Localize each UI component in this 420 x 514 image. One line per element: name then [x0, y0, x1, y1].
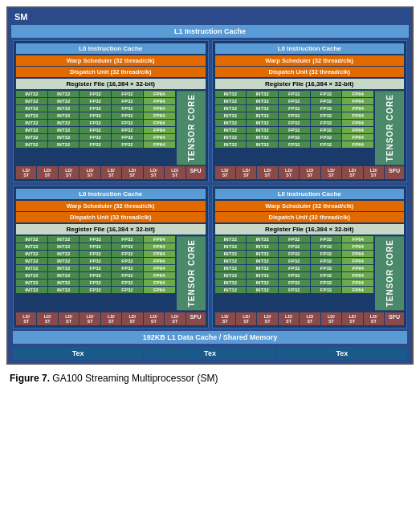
fp64-cell: FP64 — [342, 112, 373, 119]
fp32-cell: FP32 — [80, 112, 111, 119]
figure-number: Figure 7. — [10, 373, 50, 384]
warp-scheduler-tl: Warp Scheduler (32 thread/clk) — [16, 55, 206, 66]
figure-caption: Figure 7. GA100 Streaming Multiprocessor… — [6, 373, 414, 384]
int32-cell: INT32 — [16, 112, 47, 119]
ld-cell: LD/ST — [215, 312, 235, 325]
ld-cell: LD/ST — [59, 166, 79, 179]
int32-cell: INT32 — [247, 272, 278, 279]
int32-cell: INT32 — [247, 127, 278, 133]
int32-cell: INT32 — [215, 287, 247, 293]
fp32-cell: FP32 — [80, 127, 111, 133]
fp32-cell: FP32 — [279, 98, 310, 104]
fp32-cell: FP32 — [279, 279, 310, 286]
ld-cell: LD/ST — [122, 166, 142, 179]
fp32-cell: FP32 — [279, 120, 310, 126]
fp32-cell: FP32 — [112, 287, 143, 293]
fp32-cell: FP32 — [311, 272, 342, 279]
sfu-tr: SFU — [385, 166, 404, 179]
fp32-cell: FP32 — [112, 127, 143, 133]
dispatch-unit-bl: Dispatch Unit (32 thread/clk) — [16, 212, 206, 222]
ld-cell: LD/ST — [342, 312, 362, 325]
fp32-cell: FP32 — [279, 134, 310, 141]
ld-cell: LD/ST — [165, 166, 185, 179]
ld-cell: LD/ST — [37, 166, 57, 179]
sfu-bl: SFU — [186, 312, 206, 325]
fp32-cell: FP32 — [279, 91, 310, 97]
int-fp-grid-tr: INT32 INT32 FP32 FP32 FP64 INT32 INT32 F… — [215, 91, 374, 165]
int32-cell: INT32 — [215, 120, 247, 126]
int32-cell: INT32 — [48, 272, 80, 279]
tensor-core-bl: TENSOR CORE — [177, 236, 206, 310]
int32-cell: INT32 — [247, 112, 278, 119]
fp64-cell: FP64 — [342, 272, 373, 279]
fp32-cell: FP32 — [80, 105, 111, 112]
int32-cell: INT32 — [16, 279, 47, 286]
row-br-4: INT32 INT32 FP32 FP32 FP64 — [215, 265, 374, 271]
int32-cell: INT32 — [247, 105, 278, 112]
ld-cell: LD/ST — [16, 312, 36, 325]
fp32-cell: FP32 — [279, 287, 310, 293]
row-bl-3: INT32 INT32 FP32 FP32 FP64 — [16, 258, 175, 264]
row-br-7: INT32 INT32 FP32 FP32 FP64 — [215, 287, 374, 293]
ld-cell: LD/ST — [321, 166, 341, 179]
ld-sfu-row-br: LD/ST LD/ST LD/ST LD/ST LD/ST LD/ST LD/S… — [215, 312, 405, 325]
fp64-cell: FP64 — [144, 120, 175, 126]
ld-cell: LD/ST — [364, 312, 384, 325]
int32-cell: INT32 — [16, 127, 47, 133]
fp32-cell: FP32 — [311, 265, 342, 271]
int32-cell: INT32 — [48, 134, 80, 141]
row-tr-4: INT32 INT32 FP32 FP32 FP64 — [215, 120, 374, 126]
ld-sfu-row-bl: LD/ST LD/ST LD/ST LD/ST LD/ST LD/ST LD/S… — [16, 312, 206, 325]
fp64-cell: FP64 — [144, 112, 175, 119]
fp32-cell: FP32 — [279, 236, 310, 243]
int32-cell: INT32 — [16, 141, 47, 148]
fp64-cell: FP64 — [144, 243, 175, 250]
int32-cell: INT32 — [48, 258, 80, 264]
row-tr-0: INT32 INT32 FP32 FP32 FP64 — [215, 91, 374, 97]
fp32-cell: FP32 — [311, 105, 342, 112]
int32-cell: INT32 — [16, 105, 47, 112]
int32-cell: INT32 — [16, 251, 47, 257]
fp64-cell: FP64 — [144, 105, 175, 112]
int32-cell: INT32 — [215, 105, 247, 112]
ld-cell: LD/ST — [215, 166, 235, 179]
ld-cell: LD/ST — [165, 312, 185, 325]
int-fp-grid-bl: INT32 INT32 FP32 FP32 FP64 INT32 INT32 F… — [16, 236, 175, 310]
quadrant-bottom-right: L0 Instruction Cache Warp Scheduler (32 … — [212, 186, 408, 328]
fp32-cell: FP32 — [80, 134, 111, 141]
ld-cell: LD/ST — [59, 312, 79, 325]
fp32-cell: FP32 — [80, 251, 111, 257]
row-tr-6: INT32 INT32 FP32 FP32 FP64 — [215, 134, 374, 141]
fp64-cell: FP64 — [144, 91, 175, 97]
int32-cell: INT32 — [215, 127, 247, 133]
int32-cell: INT32 — [48, 91, 80, 97]
tex-bar-3: Tex — [277, 347, 407, 360]
l1-instruction-cache: L1 Instruction Cache — [11, 25, 409, 38]
fp32-cell: FP32 — [279, 127, 310, 133]
register-file-tl: Register File (16,384 × 32-bit) — [16, 79, 206, 89]
ld-cell: LD/ST — [321, 312, 341, 325]
fp64-cell: FP64 — [342, 251, 373, 257]
row-br-1: INT32 INT32 FP32 FP32 FP64 — [215, 243, 374, 250]
fp32-cell: FP32 — [279, 265, 310, 271]
fp32-cell: FP32 — [112, 91, 143, 97]
fp64-cell: FP64 — [342, 98, 373, 104]
fp64-cell: FP64 — [342, 134, 373, 141]
fp64-cell: FP64 — [144, 134, 175, 141]
ld-cell: LD/ST — [342, 166, 362, 179]
fp32-cell: FP32 — [112, 251, 143, 257]
int32-cell: INT32 — [247, 279, 278, 286]
fp64-cell: FP64 — [342, 236, 373, 243]
row-tr-1: INT32 INT32 FP32 FP32 FP64 — [215, 98, 374, 104]
row-tr-3: INT32 INT32 FP32 FP32 FP64 — [215, 112, 374, 119]
fp32-cell: FP32 — [112, 243, 143, 250]
fp32-cell: FP32 — [80, 279, 111, 286]
fp64-cell: FP64 — [144, 258, 175, 264]
fp32-cell: FP32 — [112, 265, 143, 271]
dispatch-unit-br: Dispatch Unit (32 thread/clk) — [215, 212, 405, 222]
l1-data-cache: 192KB L1 Data Cache / Shared Memory — [13, 331, 407, 344]
fp64-cell: FP64 — [342, 127, 373, 133]
fp32-cell: FP32 — [80, 91, 111, 97]
quadrant-top-left: L0 Instruction Cache Warp Scheduler (32 … — [13, 40, 209, 182]
int32-cell: INT32 — [215, 279, 247, 286]
